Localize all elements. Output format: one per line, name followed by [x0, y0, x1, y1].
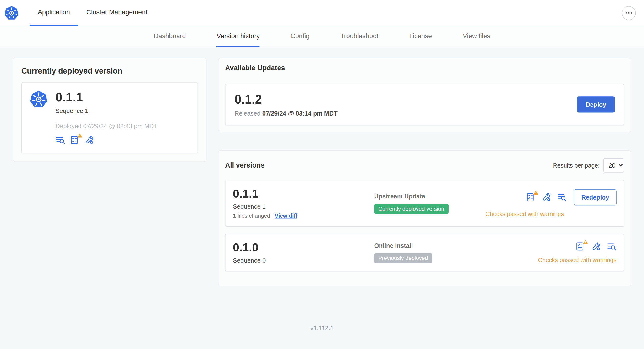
released-timestamp: 07/29/24 @ 03:14 pm MDT — [262, 110, 338, 116]
update-version-number: 0.1.2 — [234, 92, 337, 106]
all-versions-header: All versions Results per page: 20 — [225, 158, 624, 172]
release-notes-icon[interactable] — [557, 192, 567, 202]
deployed-icon-row — [56, 135, 158, 145]
app-window: Application Cluster Management Dashboard… — [0, 0, 644, 349]
release-notes-icon[interactable] — [606, 242, 616, 251]
warning-icon — [533, 190, 538, 195]
app-subnav: Dashboard Version history Config Trouble… — [0, 26, 644, 47]
kubernetes-app-icon — [30, 90, 48, 108]
version-actions: Redeploy Checks passed with warnings — [486, 189, 616, 217]
all-versions-card: All versions Results per page: 20 0.1.1 … — [218, 150, 631, 286]
version-action-icons: Redeploy — [526, 189, 616, 205]
deployed-version-number: 0.1.1 — [56, 90, 158, 104]
version-row: 0.1.1 Sequence 1 1 files changed View di… — [225, 180, 624, 227]
available-updates-card: Available Updates 0.1.2 Released 07/29/2… — [218, 58, 631, 132]
available-updates-title: Available Updates — [225, 64, 624, 72]
checks-status: Checks passed with warnings — [486, 211, 564, 218]
redeploy-button[interactable]: Redeploy — [574, 189, 616, 205]
checks-status: Checks passed with warnings — [538, 257, 616, 264]
results-per-page: Results per page: 20 — [553, 158, 624, 172]
warning-icon — [77, 133, 82, 138]
topbar: Application Cluster Management — [0, 0, 644, 26]
ellipsis-icon — [626, 12, 627, 14]
currently-deployed-title: Currently deployed version — [21, 66, 198, 76]
version-info: 0.1.1 Sequence 1 1 files changed View di… — [233, 188, 374, 219]
config-icon[interactable] — [84, 135, 94, 145]
version-sequence: Sequence 0 — [233, 256, 374, 264]
tab-version-history[interactable]: Version history — [217, 26, 260, 47]
version-row: 0.1.0 Sequence 0 Online Install Previous… — [225, 234, 624, 272]
status-badge: Previously deployed — [374, 253, 432, 263]
version-number: 0.1.1 — [233, 188, 374, 200]
tab-dashboard[interactable]: Dashboard — [154, 26, 186, 47]
results-per-page-select[interactable]: 20 — [604, 158, 624, 172]
tab-view-files[interactable]: View files — [462, 26, 490, 47]
version-source: Upstream Update — [374, 193, 486, 200]
version-number: 0.1.0 — [233, 241, 374, 254]
version-actions: Checks passed with warnings — [538, 242, 616, 263]
warning-icon — [583, 240, 588, 244]
top-tabs: Application Cluster Management — [30, 0, 156, 26]
view-diff-link[interactable]: View diff — [275, 213, 298, 219]
preflight-checks-icon[interactable] — [70, 135, 80, 145]
release-notes-icon[interactable] — [56, 135, 65, 145]
released-label: Released — [234, 110, 260, 116]
right-column: Available Updates 0.1.2 Released 07/29/2… — [218, 58, 631, 286]
main-content: Currently deployed version — [0, 47, 644, 286]
admin-console-version: v1.112.1 — [310, 324, 334, 331]
config-icon[interactable] — [591, 242, 601, 251]
version-sequence: Sequence 1 — [233, 203, 374, 210]
status-badge: Currently deployed version — [374, 204, 448, 214]
kubernetes-logo-icon — [4, 0, 19, 26]
version-info: 0.1.0 Sequence 0 — [233, 241, 374, 264]
currently-deployed-card: Currently deployed version — [13, 58, 206, 162]
version-source: Online Install — [374, 242, 538, 249]
update-row: 0.1.2 Released 07/29/24 @ 03:14 pm MDT D… — [225, 84, 624, 125]
deployed-timestamp: Deployed 07/29/24 @ 02:43 pm MDT — [56, 122, 158, 130]
deployed-version-card: 0.1.1 Sequence 1 Deployed 07/29/24 @ 02:… — [21, 82, 198, 153]
more-menu-button[interactable] — [622, 6, 636, 20]
tab-license[interactable]: License — [409, 26, 432, 47]
preflight-checks-icon[interactable] — [526, 192, 536, 202]
tab-troubleshoot[interactable]: Troubleshoot — [340, 26, 378, 47]
config-icon[interactable] — [542, 192, 552, 202]
tab-application[interactable]: Application — [30, 0, 78, 26]
preflight-checks-icon[interactable] — [576, 242, 585, 251]
deployed-sequence: Sequence 1 — [56, 107, 158, 114]
all-versions-title: All versions — [225, 161, 265, 169]
version-action-icons — [576, 242, 616, 251]
tab-cluster-management[interactable]: Cluster Management — [78, 0, 156, 26]
tab-config[interactable]: Config — [290, 26, 310, 47]
results-per-page-label: Results per page: — [553, 162, 600, 169]
app-version-footer: v1.112.1 — [0, 286, 644, 331]
update-released-line: Released 07/29/24 @ 03:14 pm MDT — [234, 110, 337, 116]
deploy-button[interactable]: Deploy — [577, 96, 615, 112]
version-source-block: Online Install Previously deployed — [374, 242, 538, 263]
files-changed-count: 1 files changed — [233, 213, 270, 219]
files-changed-line: 1 files changed View diff — [233, 213, 374, 219]
version-source-block: Upstream Update Currently deployed versi… — [374, 193, 486, 214]
